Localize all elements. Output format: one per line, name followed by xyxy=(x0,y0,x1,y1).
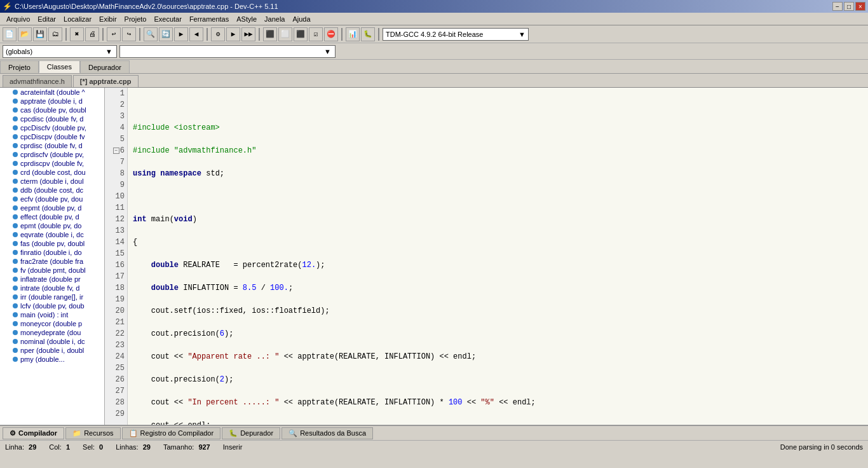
bottom-tab-recursos[interactable]: 📁Recursos xyxy=(65,427,120,439)
bottom-tab-depurador[interactable]: 🐛Depurador xyxy=(222,427,280,439)
file-tab-----apptrate-cpp[interactable]: [*] apptrate.cpp xyxy=(73,75,139,87)
code-area[interactable]: #include <iostream> #include "advmathfin… xyxy=(128,88,868,425)
sidebar-dot-icon xyxy=(13,152,18,157)
sidebar-item[interactable]: cas (double pv, doubl xyxy=(0,106,104,114)
sidebar-item[interactable]: cprdisc (double fv, d xyxy=(0,141,104,150)
menu-item-exibir[interactable]: Exibir xyxy=(95,14,121,24)
redo-button[interactable]: ↪ xyxy=(122,27,136,41)
bottom-tab-registro-do-compilador[interactable]: 📋Registro do Compilador xyxy=(122,427,221,439)
tab-depurador[interactable]: Depurador xyxy=(80,60,130,73)
compile-button[interactable]: ⚙ xyxy=(211,27,225,41)
sidebar-item[interactable]: cpcDiscpv (double fv xyxy=(0,132,104,141)
btm-tab-icon-4: 🔍 xyxy=(288,429,297,437)
debug-button[interactable]: 🐛 xyxy=(361,27,375,41)
sidebar-item[interactable]: cpcDiscfv (double pv, xyxy=(0,123,104,132)
undo-button[interactable]: ↩ xyxy=(107,27,121,41)
menu-item-janela[interactable]: Janela xyxy=(261,14,288,24)
sidebar-item-label: moneycor (double p xyxy=(20,320,82,327)
menu-item-editar[interactable]: Editar xyxy=(34,14,60,24)
file-tab-advmathfinance-h[interactable]: advmathfinance.h xyxy=(3,75,72,87)
sidebar-dot-icon xyxy=(13,330,18,335)
compile-run-button[interactable]: ▶▶ xyxy=(241,27,255,41)
menu-item-arquivo[interactable]: Arquivo xyxy=(3,14,34,24)
line-number-26: 26 xyxy=(105,374,127,385)
sidebar-dot-icon xyxy=(13,90,18,95)
menu-item-localizar[interactable]: Localizar xyxy=(60,14,95,24)
sidebar-item[interactable]: cterm (double i, doul xyxy=(0,177,104,186)
sidebar-item[interactable]: moneydeprate (dou xyxy=(0,328,104,337)
status-col: Col: 1 xyxy=(49,443,70,451)
sidebar-item[interactable]: nper (double i, doubl xyxy=(0,346,104,355)
sidebar-item[interactable]: effect (double pv, d xyxy=(0,212,104,221)
sidebar-item[interactable]: intrate (double fv, d xyxy=(0,284,104,292)
sidebar-item[interactable]: pmy (double... xyxy=(0,355,104,364)
stop-button[interactable]: ⛔ xyxy=(324,27,338,41)
minimize-button[interactable]: − xyxy=(832,2,843,11)
menu-item-projeto[interactable]: Projeto xyxy=(121,14,151,24)
sidebar-item[interactable]: fas (double pv, doubl xyxy=(0,239,104,248)
compiler-dropdown[interactable]: TDM-GCC 4.9.2 64-bit Release ▼ xyxy=(383,28,529,41)
indent-button[interactable]: ⬛ xyxy=(263,27,277,41)
sidebar-item[interactable]: finratio (double i, do xyxy=(0,248,104,257)
sidebar-item[interactable]: crd (double cost, dou xyxy=(0,168,104,177)
menu-item-executar[interactable]: Executar xyxy=(150,14,185,24)
find-next-button[interactable]: ▶ xyxy=(174,27,188,41)
profile-button[interactable]: 📊 xyxy=(346,27,360,41)
symbol-dropdown[interactable]: ▼ xyxy=(119,45,336,58)
toggle-button[interactable]: ⬛ xyxy=(294,27,308,41)
sidebar-item[interactable]: cprdiscpv (double fv, xyxy=(0,159,104,168)
open-button[interactable]: 📂 xyxy=(18,27,32,41)
close-file-button[interactable]: ✖ xyxy=(70,27,84,41)
sidebar-item[interactable]: epmt (double pv, do xyxy=(0,221,104,230)
find-button[interactable]: 🔍 xyxy=(144,27,158,41)
status-lines: Linhas: 29 xyxy=(116,443,151,451)
menu-item-astyle[interactable]: AStyle xyxy=(233,14,261,24)
find-prev-button[interactable]: ◀ xyxy=(189,27,203,41)
sidebar-item[interactable]: frac2rate (double fra xyxy=(0,257,104,266)
line-number-9: 9 xyxy=(105,179,127,191)
sidebar-item-label: cterm (double i, doul xyxy=(20,177,84,185)
replace-button[interactable]: 🔄 xyxy=(159,27,173,41)
btm-tab-icon-3: 🐛 xyxy=(229,429,238,437)
line-number-17: 17 xyxy=(105,271,127,282)
sidebar-dot-icon xyxy=(13,99,18,104)
tab-classes[interactable]: Classes xyxy=(39,60,80,73)
sidebar-item[interactable]: cpcdisc (double fv, d xyxy=(0,114,104,123)
sidebar-item[interactable]: eqvrate (double i, dc xyxy=(0,230,104,239)
sidebar-item[interactable]: inflatrate (double pr xyxy=(0,275,104,284)
sidebar-item[interactable]: lcfv (double pv, doub xyxy=(0,301,104,310)
sidebar-item[interactable]: main (void) : int xyxy=(0,310,104,319)
new-button[interactable]: 📄 xyxy=(3,27,17,41)
menu-item-ajuda[interactable]: Ajuda xyxy=(288,14,314,24)
sidebar-item[interactable]: nominal (double i, dc xyxy=(0,337,104,346)
unindent-button[interactable]: ⬜ xyxy=(278,27,292,41)
sidebar-item[interactable]: ecfv (double pv, dou xyxy=(0,195,104,203)
sidebar-dot-icon xyxy=(13,241,18,246)
sidebar-item[interactable]: cprdiscfv (double pv, xyxy=(0,150,104,159)
sidebar-item[interactable]: irr (double range[], ir xyxy=(0,292,104,301)
sidebar-item[interactable]: fv (double pmt, doubl xyxy=(0,266,104,275)
sidebar-item[interactable]: moneycor (double p xyxy=(0,319,104,328)
print-button[interactable]: 🖨 xyxy=(85,27,99,41)
sidebar-item-label: eepmt (double pv, d xyxy=(20,204,81,212)
sidebar-item[interactable]: apptrate (double i, d xyxy=(0,97,104,106)
run-button[interactable]: ▶ xyxy=(226,27,240,41)
bottom-tab-compilador[interactable]: ⚙Compilador xyxy=(3,427,64,439)
maximize-button[interactable]: □ xyxy=(844,2,854,11)
bottom-panel-tabs: ⚙Compilador📁Recursos📋Registro do Compila… xyxy=(0,425,868,440)
sidebar-item[interactable]: ddb (double cost, dc xyxy=(0,186,104,195)
sidebar-item[interactable]: eepmt (double pv, d xyxy=(0,203,104,212)
save-all-button[interactable]: 🗂 xyxy=(48,27,62,41)
line-number-3: 3 xyxy=(105,111,127,122)
menu-item-ferramentas[interactable]: Ferramentas xyxy=(186,14,233,24)
bottom-tab-resultados-da-busca[interactable]: 🔍Resultados da Busca xyxy=(281,427,373,439)
close-button[interactable]: × xyxy=(855,2,865,11)
globals-dropdown[interactable]: (globals) ▼ xyxy=(3,45,117,58)
sidebar-item[interactable]: acrateinfalt (double ^ xyxy=(0,88,104,97)
status-size: Tamanho: 927 xyxy=(163,443,210,451)
sidebar-dot-icon xyxy=(13,259,18,264)
tab-projeto[interactable]: Projeto xyxy=(0,60,39,73)
save-button[interactable]: 💾 xyxy=(33,27,47,41)
fold-icon-6[interactable]: − xyxy=(113,148,119,154)
comment-button[interactable]: ☑ xyxy=(309,27,323,41)
